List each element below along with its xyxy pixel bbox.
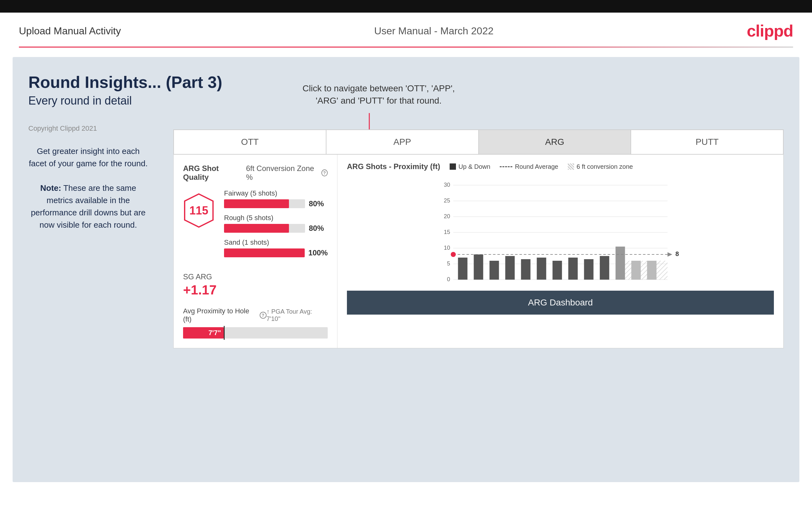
bar-bg-rough (224, 224, 305, 233)
proximity-label: Avg Proximity to Hole (ft) (183, 307, 260, 323)
legend-up-down: Up & Down (450, 163, 490, 170)
bar-pct-fairway: 80% (309, 199, 328, 208)
svg-rect-22 (490, 261, 499, 280)
left-description: Get greater insight into each facet of y… (29, 145, 148, 231)
bar-row-sand: Sand (1 shots) 100% (224, 238, 328, 257)
bar-pct-sand: 100% (308, 248, 328, 257)
tab-ott[interactable]: OTT (173, 130, 326, 154)
svg-text:0: 0 (447, 276, 450, 282)
legend-hatch-icon (568, 163, 574, 170)
bar-bg-sand (224, 248, 305, 257)
pga-avg: ↑ PGA Tour Avg: 7'10" (266, 308, 328, 323)
svg-text:5: 5 (447, 261, 450, 267)
bar-label-sand: Sand (1 shots) (224, 238, 328, 246)
document-title: User Manual - March 2022 (374, 25, 494, 37)
legend-6ft: 6 ft conversion zone (568, 163, 633, 170)
sg-label: SG ARG (183, 272, 328, 281)
bar-fill-fairway (224, 199, 289, 208)
proximity-bar-fill: 7'7" (183, 327, 224, 339)
svg-point-34 (451, 252, 456, 257)
chart-title: ARG Shots - Proximity (ft) (347, 162, 440, 171)
svg-rect-23 (505, 256, 515, 280)
svg-rect-20 (458, 258, 468, 280)
panel-body: ARG Shot Quality 6ft Conversion Zone % ?… (173, 155, 783, 348)
header: Upload Manual Activity User Manual - Mar… (0, 13, 812, 47)
info-icon[interactable]: ? (321, 169, 328, 176)
svg-text:10: 10 (444, 245, 450, 251)
bars-section: Fairway (5 shots) 80% Rough (224, 189, 328, 263)
svg-text:25: 25 (444, 198, 450, 204)
legend-dash-icon (500, 166, 512, 167)
proximity-cursor (224, 326, 225, 340)
top-bar (0, 0, 812, 13)
legend-6ft-label: 6 ft conversion zone (577, 163, 633, 170)
arg-dashboard-button[interactable]: ARG Dashboard (347, 291, 774, 315)
proximity-info-icon[interactable]: ? (260, 312, 266, 319)
tabs-container: OTT APP ARG PUTT (173, 130, 783, 155)
tab-putt[interactable]: PUTT (631, 130, 783, 154)
bar-row-rough: Rough (5 shots) 80% (224, 214, 328, 233)
svg-rect-24 (521, 259, 530, 280)
main-panel: OTT APP ARG PUTT ARG Shot Quality 6ft Co… (173, 129, 783, 348)
upload-label[interactable]: Upload Manual Activity (19, 25, 121, 37)
arg-dashboard-label: ARG Dashboard (528, 297, 593, 307)
svg-rect-25 (537, 258, 546, 280)
legend-up-down-label: Up & Down (458, 163, 490, 170)
hexagon-value: 115 (189, 204, 208, 217)
sg-value: +1.17 (183, 282, 328, 297)
hexagon: 115 (183, 192, 215, 229)
svg-rect-26 (553, 261, 562, 280)
logo: clippd (747, 21, 793, 40)
bar-pct-rough: 80% (309, 224, 328, 233)
svg-rect-29 (600, 256, 609, 280)
svg-text:15: 15 (444, 229, 450, 235)
copyright: Copyright Clippd 2021 (29, 124, 97, 132)
tab-app[interactable]: APP (326, 130, 478, 154)
section-header: ARG Shot Quality 6ft Conversion Zone % ? (183, 164, 328, 182)
sg-section: SG ARG +1.17 (183, 272, 328, 297)
left-panel: ARG Shot Quality 6ft Conversion Zone % ?… (173, 155, 338, 348)
svg-rect-30 (616, 246, 625, 280)
bar-row-fairway: Fairway (5 shots) 80% (224, 189, 328, 208)
svg-rect-32 (647, 261, 657, 280)
header-divider (19, 47, 793, 48)
legend-round-avg: Round Average (500, 163, 558, 170)
footer: Copyright Clippd 2021 (29, 124, 97, 132)
right-panel: ARG Shots - Proximity (ft) Up & Down Rou… (338, 155, 783, 348)
svg-text:8: 8 (675, 250, 679, 257)
svg-rect-28 (584, 259, 594, 280)
svg-text:20: 20 (444, 213, 450, 220)
bar-bg-fairway (224, 199, 305, 208)
hex-bars-container: 115 Fairway (5 shots) (183, 189, 328, 263)
svg-rect-31 (631, 261, 641, 280)
proximity-header: Avg Proximity to Hole (ft) ? ↑ PGA Tour … (183, 307, 328, 323)
proximity-section: Avg Proximity to Hole (ft) ? ↑ PGA Tour … (183, 307, 328, 339)
svg-marker-35 (668, 252, 672, 257)
bar-label-rough: Rough (5 shots) (224, 214, 328, 222)
svg-rect-21 (474, 255, 484, 280)
proximity-bar-track: 7'7" (183, 327, 328, 339)
shot-quality-label: ARG Shot Quality (183, 164, 241, 182)
arg-chart: 0 5 10 15 20 25 30 (347, 177, 774, 284)
chart-area: 0 5 10 15 20 25 30 (347, 177, 774, 284)
bar-label-fairway: Fairway (5 shots) (224, 189, 328, 198)
left-desc-main: Get greater insight into each facet of y… (29, 147, 147, 168)
legend-square-icon (450, 163, 456, 170)
content-area: Round Insights... (Part 3) Every round i… (29, 73, 783, 107)
chart-header: ARG Shots - Proximity (ft) Up & Down Rou… (347, 162, 774, 171)
proximity-value: 7'7" (208, 329, 221, 337)
main-content: Round Insights... (Part 3) Every round i… (13, 57, 799, 482)
legend-round-avg-label: Round Average (515, 163, 558, 170)
svg-text:30: 30 (444, 182, 450, 188)
tab-arg[interactable]: ARG (478, 130, 631, 154)
svg-rect-27 (568, 258, 578, 280)
conversion-label: 6ft Conversion Zone % (246, 164, 316, 182)
bar-fill-sand (224, 248, 305, 257)
bar-fill-rough (224, 224, 289, 233)
left-desc-note: Note: (40, 183, 61, 193)
